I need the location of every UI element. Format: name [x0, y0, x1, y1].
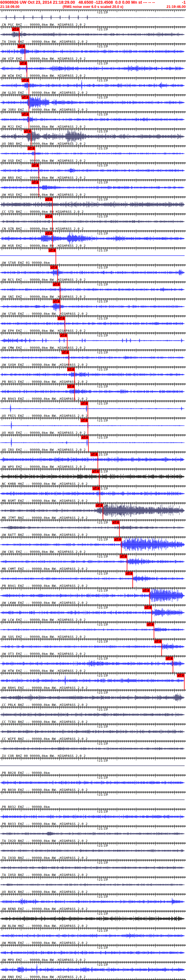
pick-line[interactable] [52, 197, 53, 214]
pick-marker[interactable]: xT 4 [81, 402, 88, 405]
trace-row[interactable]: 21:19UW OSD EHZ -- 99999.0km BW .HIGHPAS… [0, 146, 186, 163]
pick-marker[interactable]: xT 4 [22, 95, 29, 99]
pick-line[interactable] [154, 623, 154, 639]
trace-row[interactable]: 21:19UW STAR EHZ 01 99999.0kmxT 4 [0, 248, 186, 265]
pick-line[interactable] [74, 385, 75, 401]
pick-marker[interactable]: xT 4 [81, 418, 88, 422]
pick-line[interactable] [38, 181, 39, 197]
pick-marker[interactable]: xT 4 [22, 113, 29, 116]
pick-line[interactable] [52, 232, 53, 248]
pick-marker[interactable]: xT 4 [146, 623, 154, 626]
trace-row[interactable]: 21:19MB CHMT EHZ -- 99999.0km BW. HIGHPA… [0, 554, 186, 571]
trace-row[interactable]: 21:19TA I02D BHZ -- 99999.0km BW .HIGHPA… [0, 826, 186, 843]
pick-line[interactable] [121, 538, 122, 554]
trace-row[interactable]: 21:19UO IRO EHZ -- 99999.0km BW .HIGHPAS… [0, 435, 186, 452]
pick-marker[interactable]: xT 4 [67, 385, 75, 388]
trace-row[interactable]: 21:19UW OT3 EHZ -- 99999.0km BW. HIGHPAS… [0, 639, 186, 656]
pick-marker[interactable]: xT 4 [67, 368, 75, 371]
pick-line[interactable] [25, 45, 25, 60]
pick-marker[interactable]: xT 4 [92, 469, 99, 473]
trace-row[interactable]: 21:19UW LCW EHZ -- 99999.0km BW .HIGHPAS… [0, 605, 186, 622]
trace-row[interactable]: 21:19UW BLOW HHZ -- 99999.0km BW. HIGHPA… [0, 911, 186, 928]
trace-row[interactable]: 21:19UW VIP EHZ -- 99999.0km BW. HIGHPAS… [0, 44, 186, 60]
pick-marker[interactable]: xT 4 [177, 674, 184, 677]
trace-row[interactable]: 21:19PB B013 EHZ -- 99999.0km BW. HIGHPA… [0, 367, 186, 384]
pick-marker[interactable]: xT 4 [32, 181, 39, 184]
trace-row[interactable]: 21:19CC PRLK BHZ -- 99999.0km BW. HIGHPA… [0, 690, 186, 707]
trace-row[interactable]: 21:19TA I03D BHZ -- 99999.0km BW .HIGHPA… [0, 843, 186, 860]
pick-marker[interactable]: xT 4 [95, 504, 103, 507]
trace-row[interactable]: 21:19CC WIFE BHZ -- 99999.0km BW .HIGHPA… [0, 724, 186, 741]
trace-row[interactable]: 21:19UW CMW EHZ -- 99999.0km BW. HIGHPAS… [0, 333, 186, 350]
pick-line[interactable] [74, 368, 75, 384]
trace-row[interactable]: 21:19UW BEND EHZ -- 99999.0km BW .HIGHPA… [0, 894, 186, 911]
trace-row[interactable]: 21:19UW HTW EHZ -- 99999.0km BW .HIGHPAS… [0, 656, 186, 673]
pick-marker[interactable]: xT 4 [165, 657, 173, 660]
trace-row[interactable]: 21:19PB B033 EHZ -- 99999.0km BW. HIGHPA… [0, 809, 186, 826]
trace-row[interactable]: 21:19CN PGC BHZ -- 99999.0km BW. HIGHPAS… [0, 10, 186, 27]
pick-line[interactable] [65, 317, 65, 333]
trace-row[interactable]: 21:19UW CBS EHZ -- 99999.0km BW. HIGHPAS… [0, 537, 186, 554]
trace-row[interactable]: 21:19UW GLDO EHZ -- 99999.0km BW .HIGHPA… [0, 78, 186, 95]
pick-line[interactable] [97, 453, 98, 469]
pick-marker[interactable]: xT 4 [125, 572, 133, 575]
trace-row[interactable]: 21:19UW HSO EHZ -- 99999.0km BW .HIGHPAS… [0, 180, 186, 197]
pick-line[interactable] [19, 27, 19, 44]
pick-line[interactable] [99, 469, 100, 486]
trace-row[interactable]: 21:19MB BSMT EHZ -- 99999.0km BW. HIGHPA… [0, 486, 186, 503]
pick-marker[interactable]: xT 4 [91, 453, 98, 456]
pick-marker[interactable]: xT 4 [32, 164, 39, 167]
pick-marker[interactable]: xT 4 [114, 538, 121, 541]
trace-row[interactable]: 21:19UO BUCK BHZ -- 99999.0km BW. HIGHPA… [0, 877, 186, 894]
trace-row[interactable]: 21:19CN OZB BHZ -- 99999.0km BW HIGHPASS… [0, 214, 186, 231]
trace-row[interactable]: 21:19UO DBO BHZ -- 99999.0km BW .HIGHPAS… [0, 129, 186, 146]
pick-marker[interactable]: xT 4 [45, 197, 52, 201]
pick-marker[interactable]: xT 4 [48, 248, 56, 252]
pick-line[interactable] [56, 248, 56, 265]
trace-row[interactable]: 21:19PB B032 EHZ -- 99999.0km [0, 792, 186, 809]
pick-marker[interactable]: xT 4 [144, 606, 152, 609]
trace-row[interactable]: 21:19UW SNI EHZ -- 99999.0km BW .HIGHPAS… [0, 282, 186, 299]
pick-line[interactable] [29, 78, 29, 95]
pick-line[interactable] [29, 95, 29, 112]
pick-marker[interactable]: xT 4 [60, 334, 67, 337]
pick-marker[interactable]: xT 4 [57, 317, 65, 320]
pick-marker[interactable]: xT 4 [45, 215, 52, 218]
trace-row[interactable]: 21:19UW MOON EHZ -- 99999.0km BW. HIGHPA… [0, 928, 186, 945]
pick-line[interactable] [27, 62, 27, 78]
pick-marker[interactable]: xT 4 [45, 232, 52, 235]
trace-row[interactable]: 21:19UW RRHS EHZ -- 99999.0km BW. HIGHPA… [0, 673, 186, 690]
pick-line[interactable] [88, 436, 89, 452]
pick-line[interactable] [67, 334, 67, 350]
pick-marker[interactable]: xT 4 [17, 45, 25, 48]
trace-row[interactable]: 21:19UW WIW EHZ -- 99999.0km BW. HIGHPAS… [0, 60, 186, 78]
pick-marker[interactable]: xT 4 [81, 436, 89, 439]
pick-line[interactable] [60, 299, 60, 316]
pick-line[interactable] [184, 674, 184, 690]
pick-marker[interactable]: xT 4 [22, 78, 29, 82]
pick-marker[interactable]: xT 4 [92, 487, 100, 490]
pick-marker[interactable]: xT 4 [19, 62, 27, 65]
trace-row[interactable]: 21:19TA I04A BHZ -- 99999.0km BW. HIGHPA… [0, 27, 186, 44]
trace-row[interactable]: 21:19UW LKWW EHZ -- 99999.0km BW .HIGHPA… [0, 588, 186, 605]
pick-marker[interactable]: xT 4 [53, 299, 60, 303]
trace-row[interactable]: 21:19UW BRO EHZ -- 99999.0km BW .HIGHPAS… [0, 163, 186, 180]
pick-line[interactable] [29, 113, 29, 129]
trace-row[interactable]: 21:19UW HSR EHZ -- 99999.0km BW .HIGHPAS… [0, 231, 186, 248]
pick-marker[interactable]: xT 4 [112, 520, 119, 524]
trace-row[interactable]: 21:19UW SQS EHZ -- 99999.0km BW. HIGHPAS… [0, 622, 186, 639]
trace-row[interactable]: 21:19CC STD BHZ -- 99999.0km BW HIGHPASS… [0, 197, 186, 214]
pick-line[interactable] [132, 572, 133, 588]
trace-row[interactable]: 21:19UW RATT BHZ -- 99999.0km BW. HIGHPA… [0, 520, 186, 537]
pick-marker[interactable]: xT 4 [53, 283, 60, 286]
trace-row[interactable]: 21:19NC KHBB HHZ -- 99999.0km BW .HIGHPA… [0, 469, 186, 486]
pick-marker[interactable]: xT 4 [142, 589, 150, 592]
pick-line[interactable] [57, 266, 58, 282]
trace-row[interactable]: 21:19UO HUO EHZ -- 99999.0km BW. HIGHPAS… [0, 418, 186, 435]
trace-row[interactable]: 21:19PB B030 EHZ -- 99999.0km BW. HIGHPA… [0, 775, 186, 792]
pick-line[interactable] [119, 520, 120, 537]
pick-line[interactable] [100, 487, 100, 503]
trace-row[interactable]: 21:19TA I05D BHZ -- 99999.0km BW .HIGHPA… [0, 860, 186, 877]
pick-line[interactable] [38, 164, 39, 180]
pick-line[interactable] [31, 129, 32, 146]
